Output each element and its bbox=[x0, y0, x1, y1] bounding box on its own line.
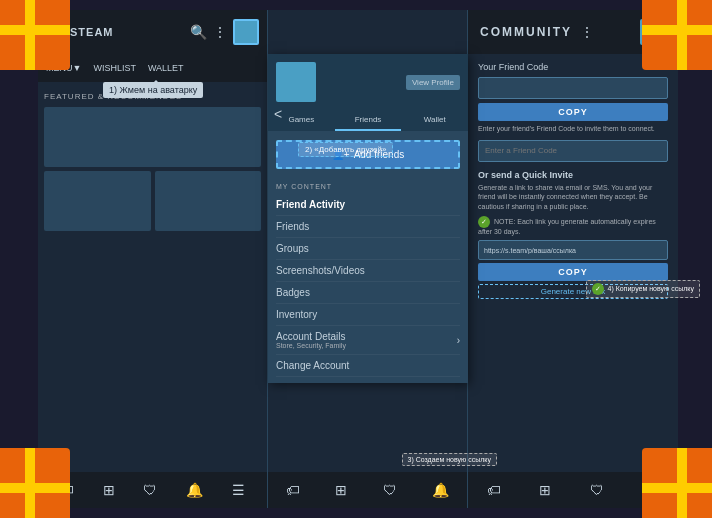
middle-shield-icon[interactable]: 🛡 bbox=[383, 482, 397, 498]
community-shield-icon[interactable]: 🛡 bbox=[590, 482, 604, 498]
search-icon[interactable]: 🔍 bbox=[190, 24, 207, 40]
my-content-section: MY CONTENT Friend Activity Friends Group… bbox=[268, 177, 468, 383]
community-tag-icon[interactable]: 🏷 bbox=[487, 482, 501, 498]
bell-icon[interactable]: 🔔 bbox=[186, 482, 203, 498]
menu-item-friend-activity[interactable]: Friend Activity bbox=[276, 194, 460, 216]
menu-item-screenshots[interactable]: Screenshots/Videos bbox=[276, 260, 460, 282]
menu-item-account[interactable]: Account Details Store, Security, Family … bbox=[276, 326, 460, 355]
note-text: NOTE: Each link you generate automatical… bbox=[478, 218, 656, 235]
step4-annotation: ✓ 4) Копируем новую ссылку bbox=[586, 280, 700, 298]
middle-panel: < View Profile 2) «Добавить друзей» Game… bbox=[268, 10, 468, 508]
steam-client-panel: S STEAM 🔍 ⋮ MENU▼ WISHLIST WALLET 1) Жме… bbox=[38, 10, 268, 508]
step3-annotation: 3) Создаем новую ссылку bbox=[402, 453, 498, 466]
grid-icon[interactable]: ⊞ bbox=[103, 482, 115, 498]
community-title: COMMUNITY bbox=[480, 25, 572, 39]
view-profile-button[interactable]: View Profile bbox=[406, 75, 460, 90]
steam-logo-text: STEAM bbox=[70, 26, 114, 38]
featured-item-2 bbox=[155, 171, 262, 231]
nav-wishlist[interactable]: WISHLIST bbox=[93, 63, 136, 73]
main-window: S STEAM 🔍 ⋮ MENU▼ WISHLIST WALLET 1) Жме… bbox=[38, 10, 678, 508]
nav-wallet[interactable]: WALLET bbox=[148, 63, 184, 73]
menu-arrow-icon: › bbox=[457, 335, 460, 346]
back-arrow[interactable]: < bbox=[274, 106, 282, 122]
quick-invite-description: Generate a link to share via email or SM… bbox=[478, 183, 668, 212]
featured-section: FEATURED & RECOMMENDED bbox=[38, 92, 267, 231]
header-icons: 🔍 ⋮ bbox=[190, 19, 259, 45]
gift-decoration-bottom-right bbox=[642, 448, 712, 518]
middle-bell-icon[interactable]: 🔔 bbox=[432, 482, 449, 498]
profile-popup: View Profile 2) «Добавить друзей» Games … bbox=[268, 54, 468, 383]
quick-invite-title: Or send a Quick Invite bbox=[478, 170, 668, 180]
friend-code-input[interactable] bbox=[478, 77, 668, 99]
shield-icon[interactable]: 🛡 bbox=[143, 482, 157, 498]
step4-check-icon: ✓ bbox=[592, 283, 604, 295]
middle-bottom-bar: 🏷 ⊞ 🛡 🔔 bbox=[268, 472, 467, 508]
more-icon[interactable]: ⋮ bbox=[213, 24, 227, 40]
invite-copy-button[interactable]: COPY bbox=[478, 263, 668, 281]
quick-invite-note: ✓ NOTE: Each link you generate automatic… bbox=[478, 216, 668, 235]
community-panel: COMMUNITY ⋮ Your Friend Code COPY Enter … bbox=[468, 10, 678, 508]
gift-decoration-top-right bbox=[642, 0, 712, 70]
featured-label: FEATURED & RECOMMENDED bbox=[44, 92, 261, 101]
enter-friend-code-input[interactable] bbox=[478, 140, 668, 162]
gift-decoration-top-left bbox=[0, 0, 70, 70]
left-bottom-bar: 🏷 ⊞ 🛡 🔔 ☰ bbox=[38, 472, 267, 508]
tab-friends[interactable]: Friends bbox=[335, 110, 402, 131]
avatar[interactable] bbox=[233, 19, 259, 45]
steam-header: S STEAM 🔍 ⋮ bbox=[38, 10, 267, 54]
step2-annotation: 2) «Добавить друзей» bbox=[298, 142, 393, 157]
friend-code-title: Your Friend Code bbox=[478, 62, 668, 72]
gift-decoration-bottom-left bbox=[0, 448, 70, 518]
community-content: Your Friend Code COPY Enter your friend'… bbox=[468, 54, 678, 472]
check-icon: ✓ bbox=[478, 216, 490, 228]
menu-item-badges[interactable]: Badges bbox=[276, 282, 460, 304]
featured-item-1 bbox=[44, 171, 151, 231]
featured-item-wide bbox=[44, 107, 261, 167]
menu-item-account-sub: Store, Security, Family bbox=[276, 342, 346, 349]
middle-grid-icon[interactable]: ⊞ bbox=[335, 482, 347, 498]
friend-code-copy-button[interactable]: COPY bbox=[478, 103, 668, 121]
step4-text: 4) Копируем новую ссылку bbox=[607, 285, 694, 292]
menu-item-groups[interactable]: Groups bbox=[276, 238, 460, 260]
menu-icon[interactable]: ☰ bbox=[232, 482, 245, 498]
middle-tag-icon[interactable]: 🏷 bbox=[286, 482, 300, 498]
menu-item-inventory[interactable]: Inventory bbox=[276, 304, 460, 326]
menu-item-account-title: Account Details bbox=[276, 331, 346, 342]
profile-avatar bbox=[276, 62, 316, 102]
profile-tabs: Games Friends Wallet bbox=[268, 110, 468, 132]
community-grid-icon[interactable]: ⊞ bbox=[539, 482, 551, 498]
nav-bar: MENU▼ WISHLIST WALLET bbox=[38, 54, 267, 82]
my-content-label: MY CONTENT bbox=[276, 183, 460, 190]
invite-url-field[interactable] bbox=[478, 240, 668, 260]
tab-wallet[interactable]: Wallet bbox=[401, 110, 468, 131]
friend-code-section: Your Friend Code COPY Enter your friend'… bbox=[478, 62, 668, 162]
friend-code-description: Enter your friend's Friend Code to invit… bbox=[478, 125, 668, 132]
profile-popup-header: View Profile bbox=[268, 54, 468, 110]
community-more-icon[interactable]: ⋮ bbox=[580, 24, 594, 40]
featured-grid bbox=[44, 107, 261, 231]
menu-item-change-account[interactable]: Change Account bbox=[276, 355, 460, 377]
menu-item-friends[interactable]: Friends bbox=[276, 216, 460, 238]
